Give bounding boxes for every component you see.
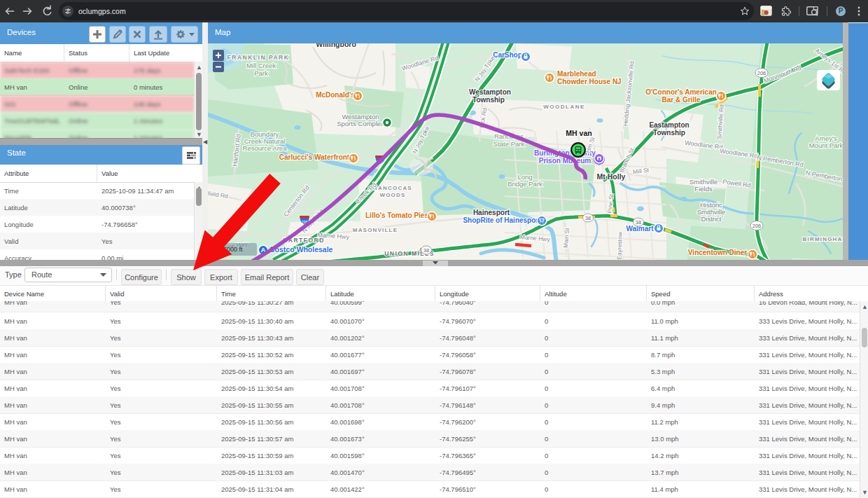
svg-text:Township: Township: [472, 96, 505, 104]
svg-text:O'Connor's American: O'Connor's American: [645, 88, 717, 96]
svg-text:Fields: Fields: [694, 185, 713, 193]
svg-text:State Park: State Park: [493, 140, 525, 148]
svg-text:Willingboro: Willingboro: [316, 43, 356, 48]
svg-text:ShopRite of Hainesport: ShopRite of Hainesport: [463, 216, 541, 224]
svg-text:Eastampton: Eastampton: [649, 121, 689, 129]
svg-text:Bar & Grille: Bar & Grille: [662, 96, 700, 104]
svg-text:Bridge Park: Bridge Park: [507, 180, 542, 188]
svg-text:CarShop: CarShop: [493, 51, 522, 59]
svg-text:Resource Area: Resource Area: [243, 144, 288, 152]
svg-text:Mt Holly: Mt Holly: [597, 172, 626, 181]
svg-text:WOODLANE: WOODLANE: [543, 104, 585, 110]
svg-text:BIRMINGHAM: BIRMINGHAM: [803, 236, 843, 242]
svg-text:38: 38: [636, 219, 641, 226]
svg-text:WOODS: WOODS: [379, 192, 405, 198]
svg-text:206: 206: [757, 70, 766, 76]
svg-text:District: District: [701, 215, 721, 223]
svg-text:Vincentown Diner: Vincentown Diner: [688, 249, 747, 256]
svg-text:Westampton: Westampton: [469, 88, 511, 96]
svg-text:Township: Township: [653, 129, 685, 137]
svg-text:RANCOCAS: RANCOCAS: [373, 185, 412, 191]
svg-text:Park: Park: [254, 69, 268, 77]
svg-text:38: 38: [424, 247, 429, 254]
svg-text:Prison Museum: Prison Museum: [539, 157, 592, 165]
svg-text:Mill Creek: Mill Creek: [246, 62, 276, 69]
svg-text:Mount Park: Mount Park: [809, 141, 843, 149]
svg-text:Sports Complex: Sports Complex: [337, 120, 384, 127]
svg-text:Eayrestow: Eayrestow: [615, 231, 623, 260]
svg-text:Hainesport: Hainesport: [473, 209, 510, 216]
svg-text:Marblehead: Marblehead: [557, 70, 596, 78]
svg-text:Carlucci's Waterfront: Carlucci's Waterfront: [279, 153, 350, 161]
svg-text:Lillo's Tomato Pies: Lillo's Tomato Pies: [365, 212, 428, 219]
svg-text:206: 206: [752, 223, 762, 229]
svg-text:Chowder House NJ: Chowder House NJ: [557, 78, 622, 85]
svg-text:MH van: MH van: [566, 129, 592, 137]
svg-text:McDonald's: McDonald's: [316, 91, 355, 99]
svg-text:FRANKLIN PARK: FRANKLIN PARK: [227, 54, 290, 61]
svg-text:38: 38: [585, 215, 591, 221]
svg-text:MASONVILLE: MASONVILLE: [353, 227, 398, 233]
